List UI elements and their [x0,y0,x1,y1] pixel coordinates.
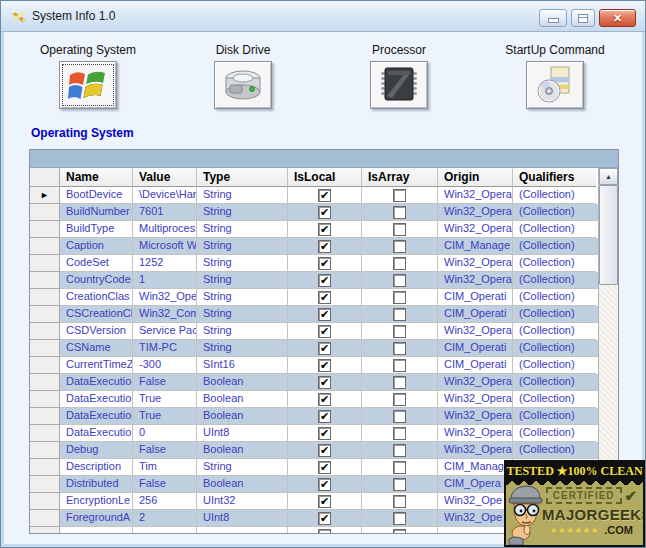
cell-type[interactable]: Boolean [197,442,288,459]
cell-type[interactable]: UInt8 [197,510,288,527]
islocal-checkbox[interactable]: ✔ [318,325,331,338]
islocal-checkbox[interactable]: ✔ [318,478,331,491]
cell-value[interactable]: 7601 [133,204,197,221]
table-row[interactable]: ► DataExecutio True Boolean ✔ ✔ Win32_Op… [30,391,598,408]
row-selector-cell[interactable]: ► [30,323,60,340]
cell-qualifiers[interactable]: (Collection) [513,442,596,459]
islocal-checkbox[interactable]: ✔ [318,274,331,287]
isarray-checkbox[interactable]: ✔ [393,427,406,440]
cell-name[interactable]: DataExecutio [60,391,133,408]
islocal-checkbox[interactable]: ✔ [318,393,331,406]
isarray-checkbox[interactable]: ✔ [393,308,406,321]
cell-type[interactable]: UInt32 [197,493,288,510]
row-selector-cell[interactable]: ► [30,238,60,255]
cell-type[interactable]: String [197,340,288,357]
cell-origin[interactable]: Win32_Opera [438,255,513,272]
table-row[interactable]: ► CSDVersion Service Pack String ✔ ✔ Win… [30,323,598,340]
cell-qualifiers[interactable]: (Collection) [513,306,596,323]
islocal-checkbox[interactable]: ✔ [318,308,331,321]
row-selector-cell[interactable] [30,527,60,533]
cell-name[interactable]: CSName [60,340,133,357]
cell-origin[interactable]: CIM_Manage [438,238,513,255]
isarray-checkbox[interactable]: ✔ [393,206,406,219]
cell-name[interactable]: Debug [60,442,133,459]
cell-name[interactable]: DataExecutio [60,425,133,442]
cell-name[interactable]: BootDevice [60,187,133,204]
row-selector-cell[interactable]: ► [30,204,60,221]
cell-value[interactable]: False [133,476,197,493]
column-header-name[interactable]: Name [60,168,133,187]
row-selector-cell[interactable]: ► [30,408,60,425]
cell-origin[interactable]: Win32_Opera [438,391,513,408]
cell-type[interactable]: Boolean [197,374,288,391]
close-button[interactable]: ✕ [599,9,636,27]
cell-origin[interactable]: CIM_Operati [438,357,513,374]
cell-origin[interactable]: Win32_Opera [438,187,513,204]
isarray-checkbox[interactable]: ✔ [393,240,406,253]
islocal-checkbox[interactable] [318,529,331,534]
operating-system-button[interactable] [59,61,117,109]
cell-type[interactable]: String [197,204,288,221]
cell-qualifiers[interactable]: (Collection) [513,340,596,357]
row-selector-cell[interactable]: ► [30,289,60,306]
row-selector-cell[interactable]: ► [30,272,60,289]
cell-name[interactable]: BuildType [60,221,133,238]
row-selector-cell[interactable]: ► [30,425,60,442]
islocal-checkbox[interactable]: ✔ [318,189,331,202]
cell-origin[interactable]: Win32_Opera [438,272,513,289]
cell-origin[interactable]: CIM_Opera [438,476,513,493]
cell-value[interactable]: 1252 [133,255,197,272]
scrollbar-thumb[interactable] [599,185,618,285]
cell-origin[interactable]: CIM_Operati [438,306,513,323]
cell-type[interactable]: String [197,272,288,289]
startup-command-button[interactable] [526,61,584,109]
cell-value[interactable]: 1 [133,272,197,289]
row-selector-cell[interactable]: ► [30,374,60,391]
cell-value[interactable]: \Device\Hard [133,187,197,204]
table-row[interactable]: ► DataExecutio True Boolean ✔ ✔ Win32_Op… [30,408,598,425]
cell-value[interactable]: Multiprocesso [133,221,197,238]
cell-value[interactable]: True [133,391,197,408]
column-header-islocal[interactable]: IsLocal [288,168,362,187]
cell-type[interactable]: String [197,306,288,323]
cell-origin[interactable]: CIM_Operati [438,340,513,357]
cell-value[interactable]: False [133,442,197,459]
islocal-checkbox[interactable]: ✔ [318,257,331,270]
cell-origin[interactable]: CIM_Manag [438,459,513,476]
table-row[interactable]: ► CodeSet 1252 String ✔ ✔ Win32_Opera (C… [30,255,598,272]
isarray-checkbox[interactable]: ✔ [393,410,406,423]
cell-name[interactable]: DataExecutio [60,374,133,391]
cell-value[interactable]: True [133,408,197,425]
cell-type[interactable]: Boolean [197,391,288,408]
cell-value[interactable]: Win32_Comp [133,306,197,323]
islocal-checkbox[interactable]: ✔ [318,427,331,440]
cell-origin[interactable]: Win32_Opera [438,374,513,391]
isarray-checkbox[interactable] [393,529,406,534]
cell-name[interactable]: DataExecutio [60,408,133,425]
cell-value[interactable]: Microsoft Win [133,238,197,255]
title-bar[interactable]: System Info 1.0 ✕ [1,1,645,32]
row-selector-cell[interactable]: ► [30,221,60,238]
cell-qualifiers[interactable]: (Collection) [513,357,596,374]
cell-value[interactable]: Service Pack [133,323,197,340]
cell-type[interactable]: String [197,255,288,272]
cell-qualifiers[interactable]: (Collection) [513,238,596,255]
cell-name[interactable]: EncryptionLe [60,493,133,510]
cell-name[interactable]: Description [60,459,133,476]
cell-type[interactable]: String [197,459,288,476]
table-row[interactable]: ► CreationClas Win32_Opera String ✔ ✔ CI… [30,289,598,306]
cell-qualifiers[interactable]: (Collection) [513,221,596,238]
cell-name[interactable]: CSCreationCl [60,306,133,323]
cell-type[interactable]: String [197,238,288,255]
table-row[interactable]: ► BuildType Multiprocesso String ✔ ✔ Win… [30,221,598,238]
cell-qualifiers[interactable]: (Collection) [513,374,596,391]
isarray-checkbox[interactable]: ✔ [393,189,406,202]
cell-name[interactable]: CSDVersion [60,323,133,340]
isarray-checkbox[interactable]: ✔ [393,342,406,355]
cell-name[interactable]: Distributed [60,476,133,493]
cell-origin[interactable] [438,527,513,533]
column-header-type[interactable]: Type [197,168,288,187]
minimize-button[interactable] [539,9,567,27]
cell-qualifiers[interactable]: (Collection) [513,187,596,204]
column-header-value[interactable]: Value [133,168,197,187]
